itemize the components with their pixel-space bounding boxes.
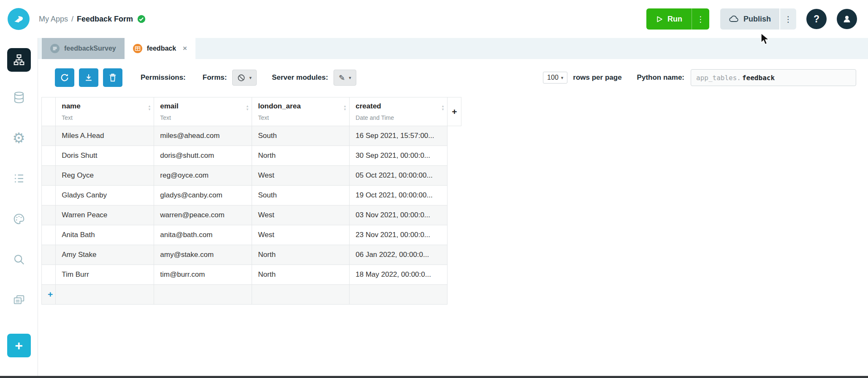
empty-cell-created[interactable] bbox=[350, 285, 448, 305]
cell-created[interactable]: 30 Sep 2021, 00:00:0... bbox=[350, 146, 448, 166]
sidebar-item-dependencies[interactable] bbox=[13, 293, 25, 307]
trash-icon bbox=[108, 73, 117, 82]
row-handle[interactable] bbox=[42, 186, 56, 205]
rows-per-page-value: 100 bbox=[547, 74, 559, 81]
cell-email[interactable]: miles@ahead.com bbox=[154, 126, 252, 146]
cell-email[interactable]: anita@bath.com bbox=[154, 225, 252, 245]
cell-london_area[interactable]: South bbox=[252, 186, 350, 205]
cell-email[interactable]: doris@shutt.com bbox=[154, 146, 252, 166]
pencil-icon: ✎ bbox=[339, 73, 345, 82]
anvil-bird-icon bbox=[11, 12, 26, 26]
sort-icon[interactable]: ▴▾ bbox=[149, 104, 151, 111]
run-options-button[interactable]: ⋮ bbox=[692, 8, 709, 30]
cloud-icon bbox=[729, 14, 739, 24]
cell-email[interactable]: amy@stake.com bbox=[154, 245, 252, 265]
add-row-button[interactable]: + bbox=[48, 289, 53, 300]
cell-london_area[interactable]: West bbox=[252, 166, 350, 186]
empty-cell-name[interactable] bbox=[56, 285, 154, 305]
cell-email[interactable]: warren@peace.com bbox=[154, 205, 252, 225]
cell-london_area[interactable]: West bbox=[252, 205, 350, 225]
toolbar-right-group: 100 ▾ rows per page Python name: app_tab… bbox=[543, 69, 856, 86]
sidebar-item-search[interactable] bbox=[13, 252, 25, 267]
cell-created[interactable]: 19 Oct 2021, 00:00:00... bbox=[350, 186, 448, 205]
refresh-button[interactable] bbox=[55, 68, 74, 87]
column-header-london_area[interactable]: london_areaText▴▾ bbox=[252, 97, 350, 126]
row-handle[interactable] bbox=[42, 265, 56, 285]
publish-button[interactable]: Publish bbox=[720, 8, 779, 30]
server-modules-permission-dropdown[interactable]: ✎ ▾ bbox=[334, 70, 356, 86]
add-column-button[interactable]: + bbox=[448, 97, 461, 126]
cell-created[interactable]: 03 Nov 2021, 00:00:0... bbox=[350, 205, 448, 225]
column-header-name[interactable]: nameText▴▾ bbox=[56, 97, 154, 126]
cell-name[interactable]: Miles A.Head bbox=[56, 126, 154, 146]
cell-london_area[interactable]: South bbox=[252, 126, 350, 146]
row-handle[interactable] bbox=[42, 146, 56, 166]
add-new-button[interactable]: + bbox=[7, 334, 31, 357]
cell-created[interactable]: 23 Nov 2021, 00:00:0... bbox=[350, 225, 448, 245]
forms-permission-dropdown[interactable]: ▾ bbox=[232, 70, 257, 86]
new-row: + bbox=[42, 285, 461, 305]
sidebar-item-settings[interactable]: ⚙ bbox=[12, 131, 25, 145]
cell-name[interactable]: Doris Shutt bbox=[56, 146, 154, 166]
table-row: Anita Bathanita@bath.comWest23 Nov 2021,… bbox=[42, 225, 461, 245]
python-name-input[interactable]: app_tables. feedback bbox=[691, 69, 856, 86]
table-row: Warren Peacewarren@peace.comWest03 Nov 2… bbox=[42, 205, 461, 225]
app-browser-button[interactable] bbox=[7, 48, 31, 72]
cell-name[interactable]: Reg Oyce bbox=[56, 166, 154, 186]
cell-created[interactable]: 16 Sep 2021, 15:57:00... bbox=[350, 126, 448, 146]
help-button[interactable]: ? bbox=[806, 9, 827, 29]
run-button[interactable]: Run ⋮ bbox=[646, 8, 709, 30]
cell-email[interactable]: reg@oyce.com bbox=[154, 166, 252, 186]
sidebar-item-data-tables[interactable] bbox=[13, 90, 25, 105]
anvil-logo[interactable] bbox=[8, 8, 30, 30]
table-toolbar: Permissions: Forms: ▾ Server modules: ✎ … bbox=[38, 59, 868, 95]
publish-button-group: Publish ⋮ bbox=[720, 8, 796, 30]
sort-icon[interactable]: ▴▾ bbox=[442, 104, 444, 111]
cell-created[interactable]: 18 May 2022, 00:00:0... bbox=[350, 265, 448, 285]
cell-name[interactable]: Warren Peace bbox=[56, 205, 154, 225]
breadcrumb-app-name[interactable]: Feedback Form bbox=[77, 15, 133, 24]
breadcrumb-separator: / bbox=[71, 15, 73, 24]
close-tab-icon[interactable]: × bbox=[183, 44, 187, 53]
cell-london_area[interactable]: North bbox=[252, 146, 350, 166]
empty-cell-london_area[interactable] bbox=[252, 285, 350, 305]
rows-per-page-select[interactable]: 100 ▾ bbox=[543, 72, 567, 84]
python-name-value[interactable]: feedback bbox=[742, 74, 775, 82]
row-handle[interactable] bbox=[42, 205, 56, 225]
download-icon bbox=[84, 73, 93, 82]
breadcrumb-my-apps[interactable]: My Apps bbox=[39, 15, 68, 24]
table-row: Gladys Canbygladys@canby.comSouth19 Oct … bbox=[42, 186, 461, 205]
export-button[interactable] bbox=[79, 68, 98, 87]
cell-london_area[interactable]: North bbox=[252, 265, 350, 285]
cell-name[interactable]: Tim Burr bbox=[56, 265, 154, 285]
cell-created[interactable]: 06 Jan 2022, 00:00:0... bbox=[350, 245, 448, 265]
form-icon bbox=[50, 44, 60, 53]
row-handle[interactable] bbox=[42, 225, 56, 245]
cell-created[interactable]: 05 Oct 2021, 00:00:00... bbox=[350, 166, 448, 186]
cell-london_area[interactable]: North bbox=[252, 245, 350, 265]
tab-feedback[interactable]: feedback × bbox=[125, 38, 195, 59]
cell-name[interactable]: Gladys Canby bbox=[56, 186, 154, 205]
cell-name[interactable]: Anita Bath bbox=[56, 225, 154, 245]
table-row: Tim Burrtim@burr.comNorth18 May 2022, 00… bbox=[42, 265, 461, 285]
cell-name[interactable]: Amy Stake bbox=[56, 245, 154, 265]
sort-icon[interactable]: ▴▾ bbox=[247, 104, 249, 111]
column-header-created[interactable]: createdDate and Time▴▾ bbox=[350, 97, 448, 126]
column-header-email[interactable]: emailText▴▾ bbox=[154, 97, 252, 126]
sidebar-item-outline[interactable] bbox=[13, 171, 25, 186]
data-table-icon bbox=[133, 44, 142, 53]
row-handle[interactable] bbox=[42, 245, 56, 265]
publish-options-button[interactable]: ⋮ bbox=[780, 8, 796, 30]
tab-label: feedback bbox=[147, 45, 176, 52]
row-handle[interactable] bbox=[42, 126, 56, 146]
account-button[interactable] bbox=[837, 9, 857, 29]
sort-icon[interactable]: ▴▾ bbox=[344, 104, 346, 111]
sidebar-item-theme[interactable] bbox=[13, 212, 25, 226]
tab-feedbacksurvey[interactable]: feedbackSurvey bbox=[42, 38, 125, 59]
empty-cell-email[interactable] bbox=[154, 285, 252, 305]
cell-london_area[interactable]: West bbox=[252, 225, 350, 245]
cell-email[interactable]: gladys@canby.com bbox=[154, 186, 252, 205]
delete-table-button[interactable] bbox=[103, 68, 122, 87]
row-handle[interactable] bbox=[42, 166, 56, 186]
cell-email[interactable]: tim@burr.com bbox=[154, 265, 252, 285]
